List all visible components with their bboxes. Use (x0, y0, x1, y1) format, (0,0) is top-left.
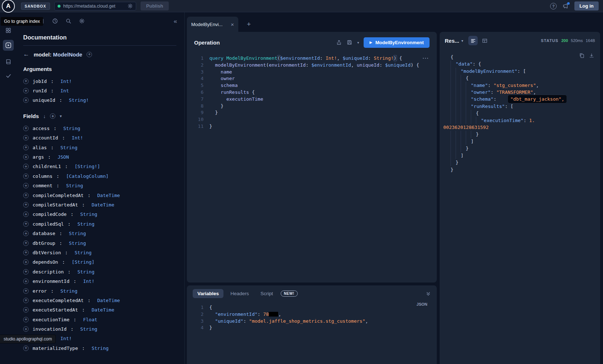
field-type-link[interactable]: String (92, 346, 109, 351)
add-to-operation-icon[interactable]: + (23, 135, 29, 141)
add-to-operation-icon[interactable]: + (23, 126, 29, 131)
explorer-play-icon[interactable] (3, 40, 14, 51)
field-type-link[interactable]: String (80, 212, 97, 217)
table-view-icon[interactable] (480, 36, 489, 45)
add-to-operation-icon[interactable]: + (23, 250, 29, 255)
publish-button[interactable]: Publish (141, 1, 169, 11)
field-type-link[interactable]: DateTime (97, 193, 120, 198)
field-type-link[interactable]: [String!] (75, 164, 100, 169)
connection-settings-gear-icon[interactable] (127, 3, 133, 9)
add-to-operation-icon[interactable]: + (23, 164, 29, 169)
add-to-operation-icon[interactable]: + (23, 221, 29, 227)
add-to-operation-icon[interactable]: + (23, 202, 29, 208)
add-to-operation-icon[interactable]: + (23, 231, 29, 236)
field-row[interactable]: +compileCompletedAt: DateTime (23, 191, 176, 200)
graph-index-grid-icon[interactable] (5, 28, 11, 33)
field-row[interactable]: +alias: String (23, 143, 176, 152)
field-row[interactable]: +dbtVersion: String (23, 248, 176, 257)
field-type-link[interactable]: String (78, 269, 95, 275)
variables-editor[interactable]: JSON 1{2 "environmentId": 78,3 "uniqueId… (187, 301, 437, 331)
field-type-link[interactable]: Int! (83, 279, 94, 284)
field-type-link[interactable]: [String] (72, 259, 95, 265)
add-to-operation-icon[interactable]: + (23, 97, 29, 103)
field-type-link[interactable]: String (78, 221, 95, 227)
field-row[interactable]: +dependsOn: [String] (23, 258, 176, 267)
new-tab-icon[interactable]: + (244, 20, 254, 29)
tab-script[interactable]: Script (256, 289, 278, 298)
field-type-link[interactable]: String (60, 145, 78, 150)
operation-editor[interactable]: ⋯ 1query ModelByEnvironment($environment… (187, 53, 437, 130)
add-all-fields-icon[interactable]: + (50, 113, 55, 119)
field-row[interactable]: +error: String (23, 286, 176, 296)
field-row[interactable]: +materializedType: String (23, 343, 176, 353)
argument-row[interactable]: +jobId: Int! (23, 76, 176, 86)
field-type-link[interactable]: Int! (60, 79, 72, 84)
add-to-operation-icon[interactable]: + (23, 269, 29, 275)
field-type-link[interactable]: Float (83, 317, 97, 322)
search-icon[interactable] (66, 18, 71, 24)
add-to-operation-icon[interactable]: + (23, 173, 29, 179)
add-to-operation-icon[interactable]: + (23, 326, 29, 332)
add-to-operation-icon[interactable]: + (23, 298, 29, 303)
field-row[interactable]: +accountId: Int! (23, 133, 176, 143)
run-operation-button[interactable]: ▶ ModelByEnvironment (364, 37, 430, 48)
field-type-link[interactable]: String (80, 326, 97, 332)
field-type-link[interactable]: String! (69, 97, 89, 103)
field-type-link[interactable]: DateTime (92, 202, 114, 208)
field-row[interactable]: +compiledCode: String (23, 210, 176, 219)
add-to-operation-icon[interactable]: + (23, 183, 29, 188)
add-type-icon[interactable]: + (87, 52, 92, 57)
add-to-operation-icon[interactable]: + (23, 288, 29, 294)
field-type-link[interactable]: Int! (72, 135, 83, 141)
field-row[interactable]: +compileStartedAt: DateTime (23, 200, 176, 209)
field-type-link[interactable]: String (63, 126, 80, 131)
field-type-link[interactable]: Int! (60, 336, 72, 341)
field-row[interactable]: +args: JSON (23, 152, 176, 162)
add-to-operation-icon[interactable]: + (23, 240, 29, 246)
field-type-link[interactable]: Int (60, 88, 69, 93)
operation-tab[interactable]: ModelByEnvi... × (187, 17, 238, 32)
argument-row[interactable]: +runId: Int (23, 86, 176, 95)
add-to-operation-icon[interactable]: + (23, 346, 29, 351)
sort-fields-icon[interactable]: ↓ (43, 113, 46, 119)
save-icon[interactable] (347, 39, 352, 45)
editor-overflow-menu-icon[interactable]: ⋯ (422, 54, 429, 62)
field-type-link[interactable]: String (69, 231, 86, 236)
close-tab-icon[interactable]: × (231, 22, 234, 27)
history-icon[interactable] (52, 18, 58, 24)
field-row[interactable]: +database: String (23, 229, 176, 238)
field-type-link[interactable]: String (69, 240, 86, 246)
raw-view-icon[interactable] (468, 36, 478, 45)
announcements-megaphone-icon[interactable] (562, 3, 569, 9)
add-to-operation-icon[interactable]: + (23, 212, 29, 217)
checks-icon[interactable] (5, 73, 12, 79)
schema-book-icon[interactable] (5, 59, 12, 65)
share-icon[interactable] (336, 39, 342, 45)
field-row[interactable]: +description: String (23, 267, 176, 276)
add-to-operation-icon[interactable]: + (23, 317, 29, 322)
tab-headers[interactable]: Headers (226, 289, 254, 298)
add-to-operation-icon[interactable]: + (23, 279, 29, 284)
apollo-logo[interactable]: A (2, 0, 15, 13)
field-type-link[interactable]: DateTime (92, 307, 114, 313)
add-to-operation-icon[interactable]: + (23, 79, 29, 84)
add-to-operation-icon[interactable]: + (23, 193, 29, 198)
graph-url-input[interactable]: https://metadata.cloud.get (54, 2, 136, 11)
explorer-settings-gear-icon[interactable] (79, 18, 85, 24)
field-row[interactable]: +invocationId: String (23, 324, 176, 334)
tab-variables[interactable]: Variables (193, 289, 223, 298)
response-dropdown-caret-icon[interactable]: ▾ (461, 39, 463, 43)
add-fields-caret-icon[interactable]: ▾ (60, 114, 62, 118)
argument-row[interactable]: +uniqueId: String! (23, 96, 176, 105)
field-row[interactable]: +access: String (23, 124, 176, 133)
field-type-link[interactable]: String (66, 183, 83, 188)
field-row[interactable]: +columns: [CatalogColumn] (23, 171, 176, 181)
collapse-panel-icon[interactable]: « (174, 18, 177, 24)
field-row[interactable]: +comment: String (23, 181, 176, 191)
add-to-operation-icon[interactable]: + (23, 145, 29, 150)
field-row[interactable]: +executeStartedAt: DateTime (23, 305, 176, 315)
login-button[interactable]: Log in (574, 1, 599, 11)
field-type-link[interactable]: JSON (58, 154, 69, 160)
field-row[interactable]: +environmentId: Int! (23, 276, 176, 286)
field-type-link[interactable]: String (60, 288, 78, 294)
